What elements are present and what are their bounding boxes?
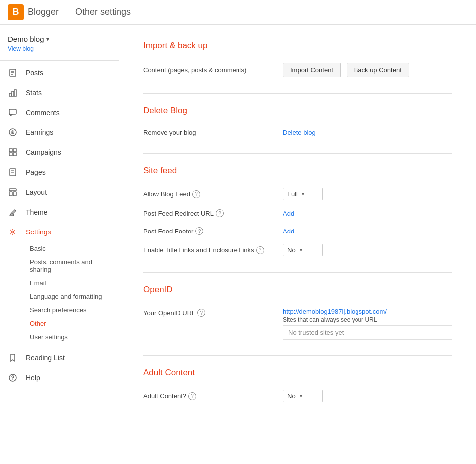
allow-blog-feed-value: Full xyxy=(287,190,298,198)
row-enable-title-links: Enable Title Links and Enclosure Links ?… xyxy=(143,240,452,260)
submenu-user-settings[interactable]: User settings xyxy=(26,330,119,344)
svg-point-21 xyxy=(12,379,13,380)
openid-url-help-icon[interactable]: ? xyxy=(197,309,205,317)
row-content-backup: Content (pages, posts & comments) Import… xyxy=(143,59,452,81)
sidebar-item-posts[interactable]: Posts xyxy=(0,63,119,83)
sidebar-item-earnings[interactable]: Earnings xyxy=(0,122,119,142)
sidebar-label-reading-list: Reading List xyxy=(26,354,65,362)
settings-submenu: Basic Posts, comments and sharing Email … xyxy=(0,242,119,344)
label-openid-url: Your OpenID URL ? xyxy=(143,308,283,317)
sidebar-item-stats[interactable]: Stats xyxy=(0,83,119,103)
label-content-backup: Content (pages, posts & comments) xyxy=(143,66,283,74)
blogger-icon: B xyxy=(8,4,24,20)
page-icon xyxy=(8,167,18,177)
bookmark-icon xyxy=(8,353,18,363)
header-page-title: Other settings xyxy=(75,7,131,17)
sidebar: Demo blog ▾ View blog Posts Stats Commen… xyxy=(0,25,119,464)
label-post-feed-footer: Post Feed Footer ? xyxy=(143,227,283,235)
row-openid-url: Your OpenID URL ? http://demoblog1987ij.… xyxy=(143,303,452,344)
blog-selector[interactable]: Demo blog ▾ xyxy=(0,29,119,45)
label-allow-blog-feed: Allow Blog Feed ? xyxy=(143,190,283,198)
post-feed-footer-link[interactable]: Add xyxy=(283,228,294,235)
post-feed-redirect-link[interactable]: Add xyxy=(283,210,294,217)
grid-icon xyxy=(8,147,18,157)
svg-rect-5 xyxy=(12,91,14,96)
svg-rect-11 xyxy=(9,153,12,156)
submenu-other[interactable]: Other xyxy=(26,317,119,330)
adult-content-help-icon[interactable]: ? xyxy=(188,392,196,400)
svg-rect-6 xyxy=(14,90,16,96)
svg-rect-12 xyxy=(13,153,16,156)
value-post-feed-footer: Add xyxy=(283,228,452,235)
row-remove-blog: Remove your blog Delete blog xyxy=(143,123,452,141)
sidebar-item-layout[interactable]: Layout xyxy=(0,182,119,202)
sidebar-label-theme: Theme xyxy=(26,208,48,216)
trusted-sites-label: Sites that can always see your URL xyxy=(283,316,452,323)
import-content-button[interactable]: Import Content xyxy=(283,63,341,77)
row-post-feed-footer: Post Feed Footer ? Add xyxy=(143,222,452,240)
submenu-language[interactable]: Language and formatting xyxy=(26,290,119,303)
view-blog-link[interactable]: View blog xyxy=(0,45,119,58)
value-allow-blog-feed: Full ▾ xyxy=(283,188,452,200)
svg-point-19 xyxy=(12,231,14,233)
sidebar-item-pages[interactable]: Pages xyxy=(0,162,119,182)
row-allow-blog-feed: Allow Blog Feed ? Full ▾ xyxy=(143,184,452,204)
svg-rect-17 xyxy=(9,192,12,196)
question-icon xyxy=(8,373,18,383)
gear-icon xyxy=(8,227,18,237)
enable-title-links-select[interactable]: No ▾ xyxy=(283,244,323,256)
label-enable-title-links: Enable Title Links and Enclosure Links ? xyxy=(143,246,283,254)
row-adult-content: Adult Content? ? No ▾ xyxy=(143,386,452,406)
main-content: Import & back up Content (pages, posts &… xyxy=(119,25,476,464)
sidebar-label-comments: Comments xyxy=(26,109,60,116)
submenu-basic[interactable]: Basic xyxy=(26,242,119,255)
submenu-posts-comments[interactable]: Posts, comments and sharing xyxy=(26,255,119,276)
sidebar-item-comments[interactable]: Comments xyxy=(0,103,119,122)
enable-title-links-help-icon[interactable]: ? xyxy=(256,246,264,254)
bar-chart-icon xyxy=(8,88,18,98)
section-import-backup: Import & back up Content (pages, posts &… xyxy=(143,37,452,94)
post-feed-footer-help-icon[interactable]: ? xyxy=(195,227,203,235)
sidebar-label-settings: Settings xyxy=(26,228,51,236)
sidebar-label-earnings: Earnings xyxy=(26,128,53,136)
allow-blog-feed-arrow: ▾ xyxy=(302,191,304,197)
label-post-feed-redirect: Post Feed Redirect URL ? xyxy=(143,209,283,217)
submenu-search-prefs[interactable]: Search preferences xyxy=(26,303,119,317)
allow-blog-feed-help-icon[interactable]: ? xyxy=(192,190,200,198)
trusted-sites-box: No trusted sites yet xyxy=(283,325,452,340)
backup-content-button[interactable]: Back up Content xyxy=(347,63,409,77)
sidebar-item-reading-list[interactable]: Reading List xyxy=(0,348,119,368)
sidebar-divider-top xyxy=(0,60,119,61)
value-post-feed-redirect: Add xyxy=(283,210,452,217)
header: B Blogger Other settings xyxy=(0,0,476,25)
openid-url-value: http://demoblog1987ij.blogspot.com/ xyxy=(283,308,452,315)
header-divider xyxy=(67,6,67,18)
svg-rect-4 xyxy=(9,93,11,96)
value-openid-url: http://demoblog1987ij.blogspot.com/ Site… xyxy=(283,308,452,340)
document-icon xyxy=(8,68,18,78)
value-enable-title-links: No ▾ xyxy=(283,244,452,256)
brush-icon xyxy=(8,207,18,217)
post-feed-redirect-help-icon[interactable]: ? xyxy=(216,209,224,217)
sidebar-label-stats: Stats xyxy=(26,89,42,97)
submenu-email[interactable]: Email xyxy=(26,276,119,290)
sidebar-item-help[interactable]: Help xyxy=(0,368,119,388)
sidebar-item-campaigns[interactable]: Campaigns xyxy=(0,142,119,162)
sidebar-label-help: Help xyxy=(26,374,40,382)
delete-blog-link[interactable]: Delete blog xyxy=(283,129,316,136)
header-logo: B Blogger xyxy=(8,4,59,20)
section-openid: OpenID Your OpenID URL ? http://demoblog… xyxy=(143,273,452,356)
svg-rect-9 xyxy=(9,149,12,152)
sidebar-divider-bottom xyxy=(0,346,119,346)
allow-blog-feed-select[interactable]: Full ▾ xyxy=(283,188,323,200)
sidebar-label-posts: Posts xyxy=(26,69,43,77)
adult-content-select[interactable]: No ▾ xyxy=(283,390,323,402)
sidebar-label-layout: Layout xyxy=(26,188,47,196)
section-title-site-feed: Site feed xyxy=(143,166,452,176)
sidebar-item-theme[interactable]: Theme xyxy=(0,202,119,222)
section-adult-content: Adult Content Adult Content? ? No ▾ xyxy=(143,356,452,418)
layout: Demo blog ▾ View blog Posts Stats Commen… xyxy=(0,25,476,464)
sidebar-label-pages: Pages xyxy=(26,168,46,176)
enable-title-links-value: No xyxy=(287,246,296,254)
sidebar-item-settings[interactable]: Settings xyxy=(0,222,119,242)
